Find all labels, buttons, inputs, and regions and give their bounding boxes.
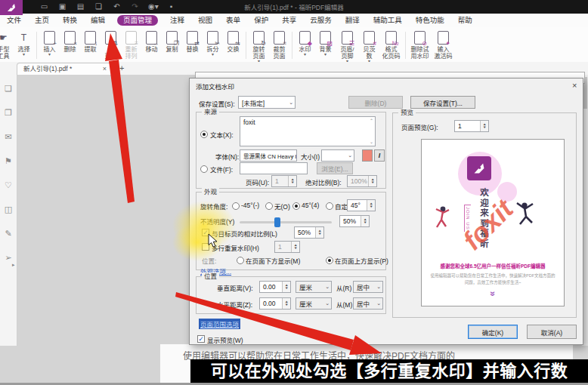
menu-tab-页面管理[interactable]: 页面管理 xyxy=(117,15,158,26)
ribbon-button-逆页序[interactable]: ⇅逆 页序 xyxy=(101,27,121,60)
foxit-logo-icon[interactable] xyxy=(0,0,23,15)
ribbon-button-复制[interactable]: ❐复制 xyxy=(162,27,182,53)
show-preview-checkbox[interactable] xyxy=(197,335,205,343)
save-settings-button[interactable]: 保存设置(T)... xyxy=(410,96,475,109)
close-icon[interactable]: × xyxy=(572,81,577,90)
scroll-down-icon[interactable]: ⌄ xyxy=(370,139,373,144)
ribbon-button-背景[interactable]: ▨背景▾ xyxy=(315,27,336,57)
show-above-radio[interactable] xyxy=(326,257,333,264)
ribbon-button-提取[interactable]: ↓提取 xyxy=(80,27,101,53)
comments-icon[interactable]: ✉ xyxy=(3,132,14,142)
text-style-icon[interactable]: I xyxy=(374,149,385,162)
menu-tab-辅助工具[interactable]: 辅助工具 xyxy=(372,15,404,26)
ribbon-button-水印[interactable]: ◆水印▾ xyxy=(295,27,315,57)
font-dropdown[interactable]: 思源黑体 CN Heavy I⌄ xyxy=(240,149,297,162)
menu-tab-云服务[interactable]: 云服务 xyxy=(308,15,333,26)
opacity-slider[interactable] xyxy=(240,221,332,223)
menu-tab-视图[interactable]: 视图 xyxy=(197,15,214,26)
rotate-neg45-radio[interactable] xyxy=(232,202,240,210)
ribbon-button-裁剪页面[interactable]: ⌗裁剪 页面 xyxy=(269,27,289,60)
page-range-options-link[interactable]: 页面范围选项 xyxy=(199,319,240,329)
rotate-custom-radio[interactable] xyxy=(326,202,333,210)
preview-page-stepper[interactable]: 1▲▼ xyxy=(454,120,489,132)
rotate-45-radio[interactable] xyxy=(292,202,300,210)
stepper-arrows-icon[interactable]: ▲▼ xyxy=(288,176,296,186)
ribbon-button-插入[interactable]: +插入▾ xyxy=(39,27,60,57)
ribbon-button-拆分[interactable]: ✂拆分▾ xyxy=(203,27,223,57)
scroll-up-icon[interactable]: ⌃ xyxy=(370,118,373,123)
horizontal-distance-stepper[interactable]: 0.00▲▼ xyxy=(259,297,291,310)
ribbon-button-格式化页码[interactable]: №格式 化页码 xyxy=(379,27,403,60)
delete-pages-icon: × xyxy=(64,31,76,45)
opacity-slider-thumb[interactable] xyxy=(274,217,280,227)
stepper-arrows-icon[interactable]: ▲▼ xyxy=(282,298,290,309)
stepper-arrows-icon[interactable]: ▲▼ xyxy=(315,227,323,238)
ribbon-button-页眉/页脚[interactable]: ☰页眉/ 页脚▾ xyxy=(336,27,359,63)
menu-tab-保护[interactable]: 保护 xyxy=(252,15,270,26)
menu-tab-编辑[interactable]: 编辑 xyxy=(89,15,107,26)
menu-tab-主页[interactable]: 主页 xyxy=(33,15,51,26)
horizontal-anchor-dropdown[interactable]: 居中⌄ xyxy=(353,297,383,310)
vertical-distance-stepper[interactable]: 0.00▲▼ xyxy=(259,281,291,293)
size-dropdown[interactable]: ⌄ xyxy=(321,149,354,162)
stepper-arrows-icon[interactable]: ▲▼ xyxy=(282,282,290,292)
file-path-input[interactable] xyxy=(240,162,308,174)
menu-tab-表单[interactable]: 表单 xyxy=(224,15,242,26)
multiline-count-stepper[interactable]: 1▲▼ xyxy=(274,241,300,253)
new-tab-button[interactable]: + xyxy=(119,63,124,72)
stepper-arrows-icon[interactable]: ▲▼ xyxy=(361,216,369,226)
ribbon-button-删除试用水印[interactable]: ⊘删除试 用水印 xyxy=(408,27,432,60)
opacity-stepper[interactable]: 50%▲▼ xyxy=(339,215,370,227)
menu-tab-文件[interactable]: 文件 xyxy=(5,15,23,26)
ribbon-button-label: 裁剪 页面 xyxy=(274,46,286,60)
file-radio[interactable] xyxy=(200,165,208,173)
cancel-button[interactable]: 取消(A) xyxy=(527,325,577,339)
ribbon-button-选择[interactable]: T选择▾ xyxy=(14,27,34,57)
menu-tab-共享[interactable]: 共享 xyxy=(280,15,298,26)
show-below-radio[interactable] xyxy=(237,257,244,264)
page-number-stepper[interactable]: 1▲▼ xyxy=(271,175,297,187)
document-tab[interactable]: 新人引导(1).pdf * × xyxy=(17,63,112,75)
ribbon-button-替换[interactable]: ⇄替换 xyxy=(182,27,203,53)
text-radio[interactable] xyxy=(200,131,208,138)
angle-stepper[interactable]: 45°▲▼ xyxy=(347,199,376,211)
ribbon-button-旋转页面[interactable]: ↻旋转 页面▾ xyxy=(249,27,269,63)
attachments-icon[interactable]: ⚑ xyxy=(3,156,14,166)
ribbon-button-移动[interactable]: ↔移动 xyxy=(141,27,162,53)
font-color-swatch[interactable] xyxy=(362,149,373,162)
menu-tab-翻译[interactable]: 翻译 xyxy=(344,15,361,26)
layers-icon[interactable]: ◫ xyxy=(3,205,14,214)
favorites-icon[interactable]: ♡ xyxy=(3,180,14,190)
relative-scale-stepper[interactable]: 50%▲▼ xyxy=(294,226,324,239)
menu-tab-特色功能[interactable]: 特色功能 xyxy=(414,15,446,26)
relative-scale-checkbox[interactable] xyxy=(202,229,209,236)
ribbon-button-输入激活码[interactable]: ✦输入 激活码 xyxy=(432,27,455,60)
stepper-arrows-icon[interactable]: ▲▼ xyxy=(480,121,488,131)
bookmarks-icon[interactable]: ❏ xyxy=(3,84,14,94)
multiline-watermark-checkbox[interactable] xyxy=(202,243,209,251)
horizontal-unit-dropdown[interactable]: 厘米⌄ xyxy=(296,297,332,310)
stepper-arrows-icon[interactable]: ▲▼ xyxy=(291,242,299,252)
ribbon-button-贝茨数[interactable]: #贝茨 数▾ xyxy=(359,27,379,63)
page-thumbnails-icon[interactable]: ❐ xyxy=(3,108,14,118)
menu-tab-注释[interactable]: 注释 xyxy=(169,15,186,26)
close-tab-icon[interactable]: × xyxy=(103,63,107,75)
rotate-none-radio[interactable] xyxy=(265,202,273,210)
menu-tab-转换[interactable]: 转换 xyxy=(61,15,79,26)
stepper-arrows-icon[interactable]: ▲▼ xyxy=(367,200,375,211)
ok-button[interactable]: 确定(K) xyxy=(468,325,518,339)
preset-dropdown[interactable]: [未指定]⌄ xyxy=(238,96,296,109)
ribbon-button-重新排列: ≡重新 排列 xyxy=(121,27,141,60)
vertical-unit-dropdown[interactable]: 厘米⌄ xyxy=(296,281,332,293)
ribbon-button-删除[interactable]: ×删除 xyxy=(60,27,80,53)
ribbon-button-交换[interactable]: ⇋交换 xyxy=(223,27,243,53)
menu-tab-帮助[interactable]: 帮助 xyxy=(456,15,474,26)
ribbon-button-手型工具[interactable]: ☛手型 工具 xyxy=(0,27,14,60)
watermark-text-input[interactable] xyxy=(240,116,376,146)
expand-panel-icon[interactable]: ▸ xyxy=(12,262,15,268)
signature-icon[interactable]: ✎ xyxy=(3,229,14,239)
stepper-arrows-icon[interactable]: ▲▼ xyxy=(368,176,376,186)
vertical-anchor-dropdown[interactable]: 居中⌄ xyxy=(353,281,383,293)
absolute-scale-stepper[interactable]: 100%▲▼ xyxy=(347,175,377,187)
rotate-pages-icon: ↻ xyxy=(253,31,265,45)
